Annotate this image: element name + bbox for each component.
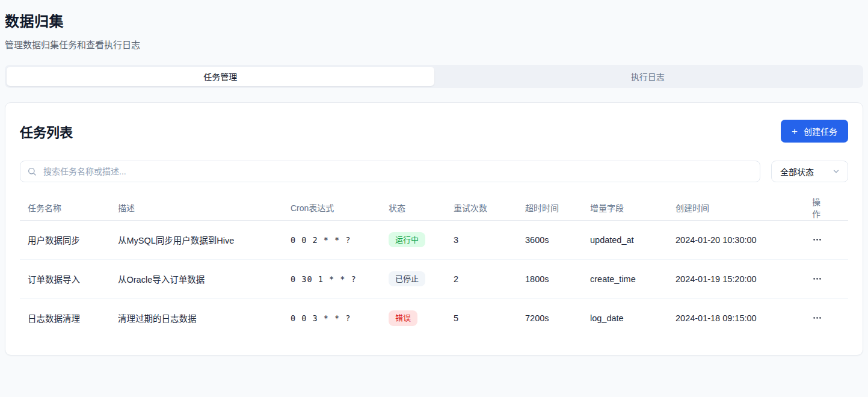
status-badge: 已停止 — [389, 271, 425, 287]
more-horizontal-icon[interactable] — [811, 271, 823, 286]
column-header-actions: 操作 — [803, 195, 848, 220]
cron-cell: 0 0 2 * * ? — [283, 220, 381, 259]
tab-execution-logs[interactable]: 执行日志 — [434, 67, 862, 86]
status-cell: 已停止 — [381, 259, 446, 298]
name-cell: 订单数据导入 — [20, 259, 110, 298]
column-header-increment_field: 增量字段 — [582, 195, 668, 220]
actions-cell — [803, 220, 848, 259]
create-task-button[interactable]: + 创建任务 — [781, 120, 848, 143]
created_at-cell: 2024-01-19 15:20:00 — [668, 259, 803, 298]
status-filter-select[interactable]: 全部状态 — [771, 161, 848, 182]
chevron-down-icon — [832, 167, 840, 176]
column-header-description: 描述 — [110, 195, 283, 220]
task-table: 任务名称描述Cron表达式状态重试次数超时时间增量字段创建时间操作 用户数据同步… — [20, 195, 848, 337]
page-subtitle: 管理数据归集任务和查看执行日志 — [5, 38, 863, 51]
timeout-cell: 7200s — [517, 298, 582, 337]
actions-cell — [803, 298, 848, 337]
status-badge: 运行中 — [389, 232, 425, 248]
page-title: 数据归集 — [5, 10, 863, 31]
retries-cell: 2 — [446, 259, 517, 298]
timeout-cell: 3600s — [517, 220, 582, 259]
name-cell: 用户数据同步 — [20, 220, 110, 259]
column-header-cron: Cron表达式 — [283, 195, 381, 220]
tab-task-management[interactable]: 任务管理 — [7, 67, 434, 86]
created_at-cell: 2024-01-18 09:15:00 — [668, 298, 803, 337]
plus-icon: + — [792, 126, 798, 137]
column-header-timeout: 超时时间 — [517, 195, 582, 220]
column-header-created_at: 创建时间 — [668, 195, 803, 220]
column-header-status: 状态 — [381, 195, 446, 220]
increment_field-cell: create_time — [582, 259, 668, 298]
table-row: 日志数据清理清理过期的日志数据0 0 3 * * ?错误57200slog_da… — [20, 298, 848, 337]
cron-cell: 0 0 3 * * ? — [283, 298, 381, 337]
retries-cell: 3 — [446, 220, 517, 259]
table-row: 用户数据同步从MySQL同步用户数据到Hive0 0 2 * * ?运行中336… — [20, 220, 848, 259]
status-cell: 运行中 — [381, 220, 446, 259]
card-header: 任务列表 + 创建任务 — [20, 117, 848, 144]
increment_field-cell: updated_at — [582, 220, 668, 259]
column-header-name: 任务名称 — [20, 195, 110, 220]
more-horizontal-icon[interactable] — [811, 310, 823, 325]
task-list-card: 任务列表 + 创建任务 全部状态 — [5, 102, 863, 355]
description-cell: 从MySQL同步用户数据到Hive — [110, 220, 283, 259]
create-task-button-label: 创建任务 — [804, 125, 837, 137]
filter-row: 全部状态 — [20, 161, 848, 182]
actions-cell — [803, 259, 848, 298]
description-cell: 从Oracle导入订单数据 — [110, 259, 283, 298]
name-cell: 日志数据清理 — [20, 298, 110, 337]
tab-bar: 任务管理 执行日志 — [5, 65, 863, 88]
more-horizontal-icon[interactable] — [811, 232, 823, 247]
status-badge: 错误 — [389, 310, 417, 326]
cron-cell: 0 30 1 * * ? — [283, 259, 381, 298]
column-header-retries: 重试次数 — [446, 195, 517, 220]
created_at-cell: 2024-01-20 10:30:00 — [668, 220, 803, 259]
table-row: 订单数据导入从Oracle导入订单数据0 30 1 * * ?已停止21800s… — [20, 259, 848, 298]
magnifier-icon — [27, 167, 37, 176]
page-header: 数据归集 管理数据归集任务和查看执行日志 — [5, 5, 863, 52]
status-filter-value: 全部状态 — [780, 165, 814, 177]
description-cell: 清理过期的日志数据 — [110, 298, 283, 337]
timeout-cell: 1800s — [517, 259, 582, 298]
retries-cell: 5 — [446, 298, 517, 337]
status-cell: 错误 — [381, 298, 446, 337]
search-field-wrap — [20, 161, 760, 182]
increment_field-cell: log_date — [582, 298, 668, 337]
card-title: 任务列表 — [20, 122, 73, 141]
search-input[interactable] — [20, 161, 760, 182]
data-collection-page: 数据归集 管理数据归集任务和查看执行日志 任务管理 执行日志 任务列表 + 创建… — [0, 0, 868, 360]
table-header-row: 任务名称描述Cron表达式状态重试次数超时时间增量字段创建时间操作 — [20, 195, 848, 220]
